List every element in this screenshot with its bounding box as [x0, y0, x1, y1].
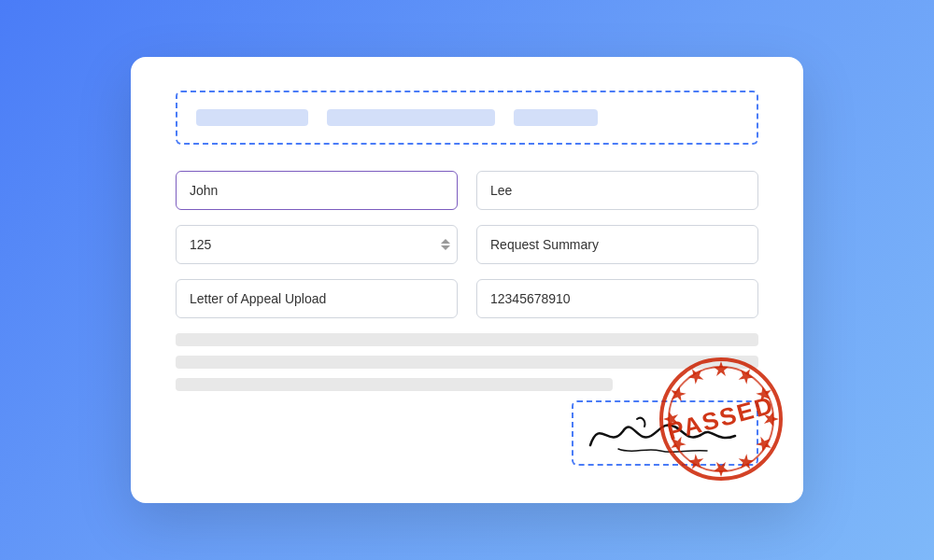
request-summary-field: Request Summary: [476, 225, 758, 264]
last-name-input[interactable]: Lee: [476, 171, 758, 210]
stamp-svg: PASSED: [656, 354, 786, 484]
tab-placeholder-3[interactable]: [514, 109, 598, 126]
svg-marker-2: [714, 361, 729, 376]
gray-line-1: [176, 333, 758, 346]
letter-upload-field: Letter of Appeal Upload: [176, 279, 458, 318]
bottom-row: PASSED: [176, 400, 758, 466]
first-name-input[interactable]: John: [176, 171, 458, 210]
last-name-field: Lee: [476, 171, 758, 210]
letter-upload-input[interactable]: Letter of Appeal Upload: [176, 279, 458, 318]
tab-placeholder-1[interactable]: [196, 109, 308, 126]
svg-text:PASSED: PASSED: [664, 390, 777, 445]
spinner-arrows[interactable]: [441, 239, 450, 250]
reference-number-input[interactable]: 12345678910: [476, 279, 758, 318]
number-input[interactable]: 125: [176, 225, 458, 264]
tab-placeholder-2[interactable]: [327, 109, 495, 126]
first-name-field: John: [176, 171, 458, 210]
selection-box: [176, 91, 758, 145]
spinner-down-icon[interactable]: [441, 245, 450, 250]
form-row-2: 125 Request Summary: [176, 225, 758, 264]
number-field-wrapper: 125: [176, 225, 458, 264]
request-summary-input[interactable]: Request Summary: [476, 225, 758, 264]
gray-line-3: [176, 378, 613, 391]
form-row-1: John Lee: [176, 171, 758, 210]
passed-stamp: PASSED: [656, 354, 786, 484]
main-card: John Lee 125 Request Summary Letter of A…: [131, 57, 803, 503]
svg-marker-8: [714, 462, 729, 477]
reference-number-field: 12345678910: [476, 279, 758, 318]
form-row-3: Letter of Appeal Upload 12345678910: [176, 279, 758, 318]
spinner-up-icon[interactable]: [441, 239, 450, 244]
